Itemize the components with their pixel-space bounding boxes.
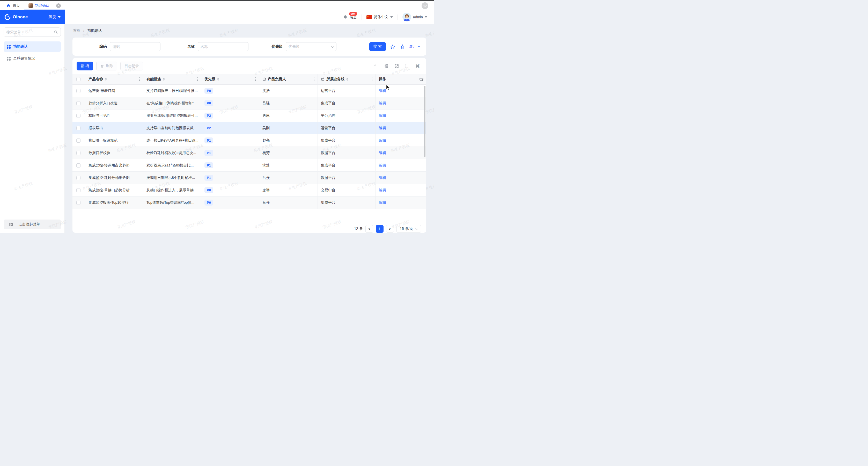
column-header-priority[interactable]: 优先级 [202, 74, 259, 84]
column-header-actions: 操作 [376, 74, 426, 84]
grid-icon [7, 45, 10, 49]
sort-icon[interactable] [105, 78, 107, 81]
sort-icon[interactable] [217, 78, 219, 81]
favorite-star-icon[interactable] [390, 44, 396, 50]
table-row[interactable]: 集成监控-慢调用占比趋势 双折线展示≥1s与≥8s慢占比... P1 沈浩 集成… [72, 159, 426, 172]
cell-product-name: 权限与可见性 [89, 113, 110, 118]
sidebar: 功能确认 全球销售情况 点击收起菜单 [0, 24, 65, 233]
edit-link[interactable]: 编辑 [379, 101, 386, 106]
current-page-button[interactable]: 1 [376, 225, 383, 233]
edit-link[interactable]: 编辑 [379, 200, 386, 205]
select-all-checkbox[interactable] [76, 77, 81, 81]
expand-toggle[interactable]: 展开 [409, 44, 420, 49]
table-row[interactable]: 集成监控报表-Top10排行 Top请求数/Top错误率/Top慢... P0 … [72, 197, 426, 209]
tab-active[interactable]: 功能确认 ✕ [24, 1, 65, 10]
shortcut-command-icon[interactable]: ⌘ [415, 64, 420, 68]
edit-link[interactable]: 编辑 [379, 113, 386, 118]
table-row[interactable]: 数据口径校验 校验Σ(耗时桶次数)=调用总次... P1 杨芳 数据平台 编辑 [72, 147, 426, 159]
search-icon[interactable] [54, 30, 58, 34]
tabbar-chevron-down-icon[interactable] [422, 2, 428, 9]
search-button[interactable]: 搜 索 [369, 42, 386, 51]
row-checkbox[interactable] [76, 126, 81, 130]
row-checkbox[interactable] [76, 151, 81, 155]
table-row[interactable]: 集成监控-单接口趋势分析 从接口操作栏进入，展示单接... P0 唐琳 交易中台… [72, 184, 426, 197]
sort-icon[interactable] [163, 78, 165, 81]
row-checkbox[interactable] [76, 163, 81, 168]
import-sort-icon[interactable] [374, 64, 378, 68]
column-menu-icon[interactable] [255, 77, 256, 82]
edit-link[interactable]: 编辑 [379, 89, 386, 93]
column-menu-icon[interactable] [371, 77, 373, 82]
clear-broom-icon[interactable] [400, 44, 405, 50]
name-input[interactable] [200, 45, 246, 49]
messages-button[interactable]: 99+ 消息 [343, 15, 357, 20]
delete-button[interactable]: 删除 [96, 62, 117, 70]
edit-link[interactable]: 编辑 [379, 176, 386, 180]
user-menu[interactable]: admin [402, 13, 427, 22]
table-row[interactable]: 接口唯一标识规范 统一接口Key=API名称+接口路... P1 赵亮 集成平台… [72, 134, 426, 147]
column-label: 功能描述 [147, 77, 161, 82]
table-settings-icon[interactable] [419, 77, 424, 81]
avatar [402, 13, 411, 22]
column-menu-icon[interactable] [139, 77, 141, 82]
tab-close-icon[interactable]: ✕ [56, 3, 61, 8]
table-row[interactable]: 运营侧-报表订阅 支持订阅报表，按日/周邮件推... P0 沈浩 运营平台 编辑 [72, 85, 426, 97]
priority-badge: P1 [205, 175, 213, 181]
collapse-menu-button[interactable]: 点击收起菜单 [4, 220, 61, 229]
cell-description: 按调用日期展示8个耗时桶堆... [147, 176, 195, 180]
cell-description: 在“集成接口”列表操作栏增加“... [147, 101, 197, 106]
row-height-icon[interactable] [405, 64, 409, 68]
column-header-owner[interactable]: 产品负责人 [259, 74, 318, 84]
table-row[interactable]: 权限与可见性 按业务线/应用维度控制报表可... P2 唐琳 平台治理 编辑 [72, 110, 426, 122]
row-checkbox[interactable] [76, 114, 81, 118]
workspace-switcher[interactable]: 风灵 [49, 15, 61, 20]
page-size-select[interactable]: 15 条/页 [397, 225, 421, 233]
group-rows-icon[interactable] [384, 64, 389, 68]
row-checkbox[interactable] [76, 89, 81, 93]
row-checkbox[interactable] [76, 188, 81, 192]
brand[interactable]: Oinone [4, 14, 28, 21]
cell-description: 统一接口Key=API名称+接口路... [147, 138, 198, 143]
row-checkbox[interactable] [76, 139, 81, 143]
table-row[interactable]: 集成监控-耗时分桶堆叠图 按调用日期展示8个耗时桶堆... P1 吕强 数据平台… [72, 172, 426, 184]
menu-search-input[interactable] [6, 30, 54, 34]
language-switcher[interactable]: ★ 简体中文 [367, 15, 393, 20]
column-menu-icon[interactable] [313, 77, 315, 82]
next-page-button[interactable]: > [386, 225, 394, 233]
tab-home[interactable]: 首页 [2, 1, 24, 10]
prev-page-button[interactable]: < [365, 225, 373, 233]
row-checkbox[interactable] [76, 201, 81, 205]
table-row[interactable]: 报表导出 支持导出当前时间范围报表截... P2 吴刚 运营平台 编辑 [72, 122, 426, 134]
table-scrollbar-thumb[interactable] [424, 86, 426, 157]
tab-home-label: 首页 [13, 3, 20, 8]
row-checkbox[interactable] [76, 101, 81, 105]
edit-link[interactable]: 编辑 [379, 138, 386, 143]
column-header-business-line[interactable]: 所属业务线 [318, 74, 376, 84]
row-checkbox[interactable] [76, 176, 81, 180]
priority-badge: P2 [205, 113, 213, 119]
cell-product-name: 数据口径校验 [89, 151, 110, 155]
screen: 首页 功能确认 ✕ Oinone 风灵 [0, 0, 434, 233]
fullscreen-icon[interactable] [394, 64, 399, 68]
column-header-product-name[interactable]: 产品名称 [84, 74, 143, 84]
log-button[interactable]: 日志记录 [120, 62, 143, 70]
code-input[interactable] [113, 45, 158, 49]
cell-business-line: 数据平台 [321, 176, 335, 180]
edit-link[interactable]: 编辑 [379, 126, 386, 130]
breadcrumb-root[interactable]: 首页 [73, 28, 80, 32]
sidebar-item-feature-confirm[interactable]: 功能确认 [4, 41, 61, 52]
edit-link[interactable]: 编辑 [379, 163, 386, 168]
priority-select[interactable]: 优先级 [286, 42, 336, 51]
sort-icon[interactable] [346, 78, 348, 81]
edit-link[interactable]: 编辑 [379, 151, 386, 155]
cell-business-line: 集成平台 [321, 163, 335, 168]
pagination: 12 条 < 1 > 15 条/页 [72, 219, 426, 233]
sidebar-item-global-sales[interactable]: 全球销售情况 [4, 53, 61, 64]
column-menu-icon[interactable] [197, 77, 198, 82]
edit-link[interactable]: 编辑 [379, 188, 386, 193]
cell-business-line: 集成平台 [321, 101, 335, 106]
table-row[interactable]: 趋势分析入口改造 在“集成接口”列表操作栏增加“... P0 吕强 集成平台 编… [72, 97, 426, 110]
column-label: 产品名称 [89, 77, 103, 82]
column-header-description[interactable]: 功能描述 [143, 74, 202, 84]
add-button[interactable]: 新 增 [76, 62, 93, 70]
